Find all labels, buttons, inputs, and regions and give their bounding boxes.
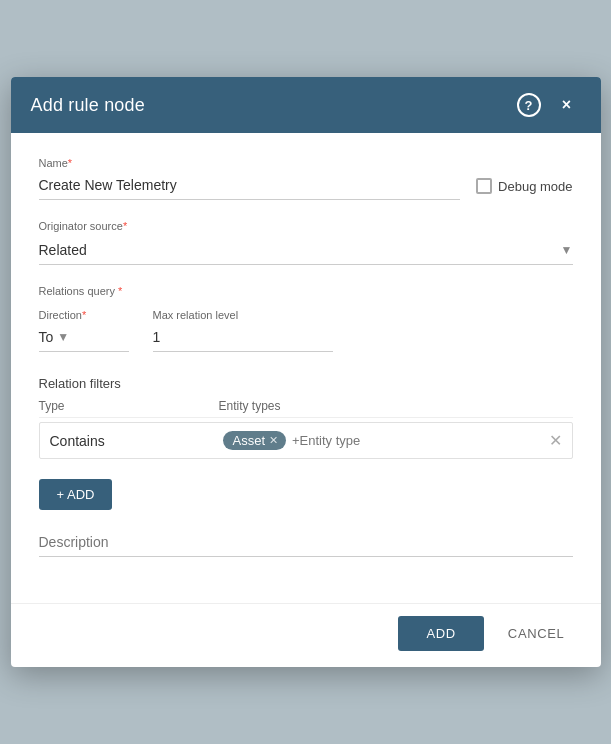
originator-source-label: Originator source* [39, 220, 573, 232]
filter-row-delete[interactable]: ✕ [549, 431, 562, 450]
close-button[interactable]: × [553, 91, 581, 119]
description-input[interactable] [39, 530, 573, 557]
relations-query-label: Relations query * [39, 285, 573, 297]
relation-filters-section: Relation filters Type Entity types Conta… [39, 376, 573, 459]
header-icons: ? × [517, 91, 581, 119]
max-relation-label: Max relation level [153, 309, 333, 321]
direction-field: Direction* To ▼ [39, 309, 129, 352]
dialog-body: Name* Debug mode Originator source* Rela… [11, 133, 601, 603]
add-filter-button[interactable]: + ADD [39, 479, 113, 510]
relations-query-section: Relations query * Direction* To ▼ Max re… [39, 285, 573, 352]
chip-close-button[interactable]: ✕ [269, 434, 278, 447]
help-button[interactable]: ? [517, 93, 541, 117]
chip-label: Asset [233, 433, 266, 448]
originator-source-section: Originator source* Related ▼ [39, 220, 573, 265]
dialog-title: Add rule node [31, 95, 145, 116]
type-column-header: Type [39, 399, 219, 413]
name-input[interactable] [39, 173, 461, 200]
name-row: Name* Debug mode [39, 157, 573, 200]
dialog-footer: ADD CANCEL [11, 603, 601, 667]
max-relation-field: Max relation level [153, 309, 333, 352]
add-button[interactable]: ADD [398, 616, 483, 651]
direction-row: Direction* To ▼ Max relation level [39, 309, 573, 352]
add-rule-node-dialog: Add rule node ? × Name* Debug mode Origi… [11, 77, 601, 667]
filter-type-value: Contains [50, 433, 215, 449]
asset-entity-chip: Asset ✕ [223, 431, 287, 450]
debug-mode-checkbox[interactable] [476, 178, 492, 194]
filters-table-header: Type Entity types [39, 399, 573, 418]
filter-entities: Asset ✕ [223, 431, 541, 450]
dialog-header: Add rule node ? × [11, 77, 601, 133]
entity-types-column-header: Entity types [219, 399, 573, 413]
direction-select[interactable]: To ▼ [39, 325, 129, 352]
debug-mode-container: Debug mode [476, 178, 572, 200]
name-field: Name* [39, 157, 461, 200]
direction-label: Direction* [39, 309, 129, 321]
debug-mode-label: Debug mode [498, 179, 572, 194]
cancel-button[interactable]: CANCEL [492, 616, 581, 651]
entity-type-input[interactable] [292, 433, 460, 448]
originator-source-arrow: ▼ [561, 243, 573, 257]
originator-source-select[interactable]: Related ▼ [39, 236, 573, 265]
filter-row: Contains Asset ✕ ✕ [39, 422, 573, 459]
max-relation-input[interactable] [153, 325, 333, 352]
direction-arrow: ▼ [57, 330, 69, 344]
relation-filters-label: Relation filters [39, 376, 573, 391]
name-label: Name* [39, 157, 461, 169]
